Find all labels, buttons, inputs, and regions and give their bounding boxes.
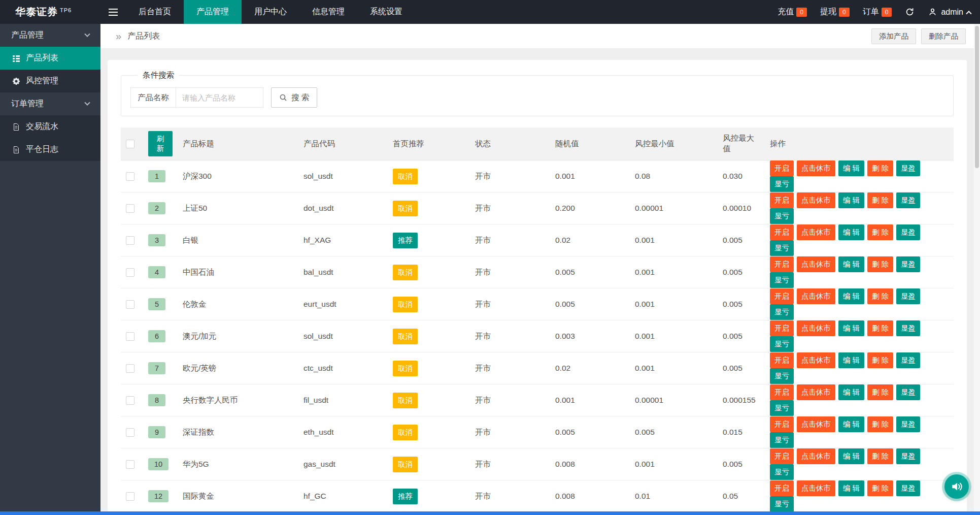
recharge-link[interactable]: 充值 0 [778, 7, 807, 17]
market-close-button[interactable]: 点击休市 [797, 160, 835, 176]
open-button[interactable]: 开启 [770, 384, 794, 400]
hamburger-icon[interactable] [100, 0, 126, 24]
cancel-badge[interactable]: 取消 [393, 297, 418, 312]
show-profit-button[interactable]: 显盈 [896, 352, 920, 368]
row-checkbox[interactable] [126, 268, 134, 277]
refresh-button[interactable]: 刷 新 [148, 131, 173, 156]
edit-button[interactable]: 编 辑 [838, 256, 864, 272]
market-close-button[interactable]: 点击休市 [797, 192, 835, 208]
delete-button[interactable]: 删 除 [867, 384, 893, 400]
show-loss-button[interactable]: 显亏 [770, 272, 794, 288]
row-checkbox[interactable] [126, 332, 134, 341]
nav-item-settings[interactable]: 系统设置 [357, 0, 415, 24]
show-loss-button[interactable]: 显亏 [770, 304, 794, 320]
market-close-button[interactable]: 点击休市 [797, 480, 835, 496]
show-loss-button[interactable]: 显亏 [770, 432, 794, 448]
vertical-scrollbar[interactable] [974, 24, 980, 511]
market-close-button[interactable]: 点击休市 [797, 352, 835, 368]
show-profit-button[interactable]: 显盈 [896, 160, 920, 176]
sidebar-item-close-log[interactable]: 平仓日志 [0, 138, 100, 161]
show-loss-button[interactable]: 显亏 [770, 464, 794, 480]
orders-link[interactable]: 订单 0 [863, 7, 892, 17]
cancel-badge[interactable]: 取消 [393, 201, 418, 216]
edit-button[interactable]: 编 辑 [838, 416, 864, 432]
delete-button[interactable]: 删 除 [867, 480, 893, 496]
delete-button[interactable]: 删 除 [867, 192, 893, 208]
market-close-button[interactable]: 点击休市 [797, 256, 835, 272]
delete-button[interactable]: 删 除 [867, 320, 893, 336]
open-button[interactable]: 开启 [770, 160, 794, 176]
delete-button[interactable]: 删 除 [867, 448, 893, 464]
nav-item-home[interactable]: 后台首页 [126, 0, 184, 24]
show-loss-button[interactable]: 显亏 [770, 240, 794, 256]
sidebar-item-trade-flow[interactable]: 交易流水 [0, 115, 100, 138]
recommend-badge[interactable]: 推荐 [393, 489, 418, 504]
show-profit-button[interactable]: 显盈 [896, 256, 920, 272]
edit-button[interactable]: 编 辑 [838, 160, 864, 176]
cancel-badge[interactable]: 取消 [393, 361, 418, 376]
edit-button[interactable]: 编 辑 [838, 448, 864, 464]
nav-item-info[interactable]: 信息管理 [299, 0, 357, 24]
show-loss-button[interactable]: 显亏 [770, 496, 794, 511]
show-profit-button[interactable]: 显盈 [896, 384, 920, 400]
refresh-icon[interactable] [905, 7, 915, 17]
show-profit-button[interactable]: 显盈 [896, 192, 920, 208]
edit-button[interactable]: 编 辑 [838, 224, 864, 240]
show-profit-button[interactable]: 显盈 [896, 480, 920, 496]
row-checkbox[interactable] [126, 396, 134, 405]
scrollbar-thumb[interactable] [975, 26, 979, 168]
show-loss-button[interactable]: 显亏 [770, 368, 794, 384]
row-checkbox[interactable] [126, 492, 134, 501]
delete-product-button[interactable]: 删除产品 [921, 28, 966, 44]
show-loss-button[interactable]: 显亏 [770, 336, 794, 352]
nav-item-product[interactable]: 产品管理 [184, 0, 242, 24]
cancel-badge[interactable]: 取消 [393, 169, 418, 184]
sidebar-group-product[interactable]: 产品管理 [0, 24, 100, 47]
delete-button[interactable]: 删 除 [867, 256, 893, 272]
row-checkbox[interactable] [126, 364, 134, 373]
withdraw-link[interactable]: 提现 0 [820, 7, 850, 17]
row-checkbox[interactable] [126, 204, 134, 213]
sidebar-item-risk[interactable]: 风控管理 [0, 70, 100, 92]
open-button[interactable]: 开启 [770, 352, 794, 368]
market-close-button[interactable]: 点击休市 [797, 448, 835, 464]
show-profit-button[interactable]: 显盈 [896, 448, 920, 464]
row-checkbox[interactable] [126, 460, 134, 469]
edit-button[interactable]: 编 辑 [838, 480, 864, 496]
open-button[interactable]: 开启 [770, 224, 794, 240]
sidebar-group-orders[interactable]: 订单管理 [0, 92, 100, 115]
show-profit-button[interactable]: 显盈 [896, 416, 920, 432]
cancel-badge[interactable]: 取消 [393, 393, 418, 408]
user-menu[interactable]: admin [928, 7, 971, 17]
open-button[interactable]: 开启 [770, 288, 794, 304]
edit-button[interactable]: 编 辑 [838, 384, 864, 400]
open-button[interactable]: 开启 [770, 448, 794, 464]
row-checkbox[interactable] [126, 236, 134, 245]
sidebar-item-product-list[interactable]: 产品列表 [0, 47, 100, 70]
delete-button[interactable]: 删 除 [867, 160, 893, 176]
open-button[interactable]: 开启 [770, 416, 794, 432]
market-close-button[interactable]: 点击休市 [797, 288, 835, 304]
show-loss-button[interactable]: 显亏 [770, 400, 794, 416]
brand-logo[interactable]: 华泰证券 TP6 [0, 0, 100, 24]
add-product-button[interactable]: 添加产品 [871, 28, 916, 44]
show-profit-button[interactable]: 显盈 [896, 320, 920, 336]
cancel-badge[interactable]: 取消 [393, 457, 418, 472]
delete-button[interactable]: 删 除 [867, 288, 893, 304]
show-loss-button[interactable]: 显亏 [770, 176, 794, 192]
edit-button[interactable]: 编 辑 [838, 192, 864, 208]
row-checkbox[interactable] [126, 300, 134, 309]
row-checkbox[interactable] [126, 172, 134, 181]
edit-button[interactable]: 编 辑 [838, 320, 864, 336]
market-close-button[interactable]: 点击休市 [797, 416, 835, 432]
open-button[interactable]: 开启 [770, 320, 794, 336]
open-button[interactable]: 开启 [770, 192, 794, 208]
delete-button[interactable]: 删 除 [867, 224, 893, 240]
market-close-button[interactable]: 点击休市 [797, 224, 835, 240]
show-loss-button[interactable]: 显亏 [770, 208, 794, 224]
search-button[interactable]: 搜 索 [271, 87, 317, 108]
select-all-checkbox[interactable] [126, 140, 134, 148]
market-close-button[interactable]: 点击休市 [797, 384, 835, 400]
recommend-badge[interactable]: 推荐 [393, 233, 418, 248]
cancel-badge[interactable]: 取消 [393, 265, 418, 280]
